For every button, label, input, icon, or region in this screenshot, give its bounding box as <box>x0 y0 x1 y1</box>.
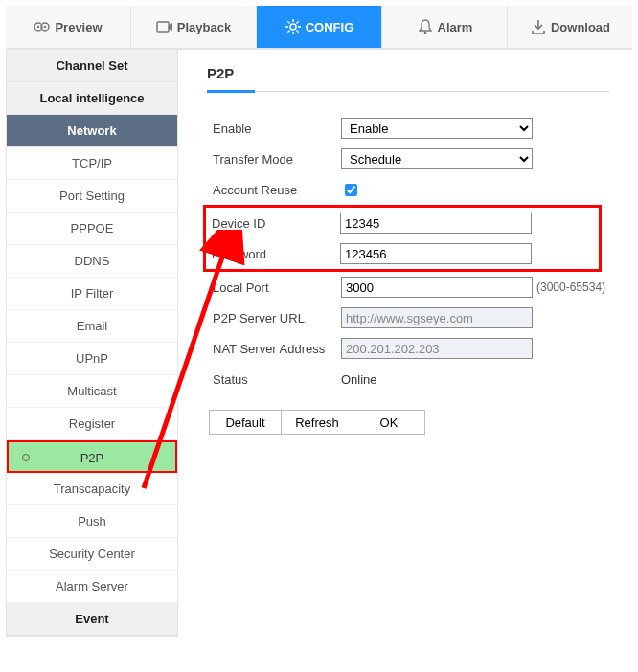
label-account-reuse: Account Reuse <box>207 183 341 197</box>
main-panel: P2P Enable Enable Transfer Mode Schedule… <box>178 50 632 637</box>
svg-point-6 <box>290 24 296 30</box>
enable-select[interactable]: Enable <box>341 118 533 139</box>
gear-icon <box>285 18 302 35</box>
nat-address-input <box>341 338 533 359</box>
device-id-input[interactable] <box>340 213 532 234</box>
label-local-port: Local Port <box>207 280 341 295</box>
sidebar-item-p2p[interactable]: P2P <box>7 440 177 473</box>
sidebar-item-upnp[interactable]: UPnP <box>7 343 177 375</box>
tab-alarm[interactable]: Alarm <box>382 6 508 48</box>
tab-alarm-label: Alarm <box>438 20 473 34</box>
default-button[interactable]: Default <box>209 410 282 435</box>
sidebar-item-register[interactable]: Register <box>7 408 177 440</box>
tab-preview[interactable]: Preview <box>6 6 131 48</box>
highlight-box: Device ID Password <box>203 205 602 272</box>
svg-line-12 <box>296 31 298 33</box>
label-status: Status <box>207 372 341 387</box>
tab-config[interactable]: CONFIG <box>257 6 382 48</box>
camera-icon <box>34 18 51 35</box>
svg-rect-4 <box>157 22 169 32</box>
download-icon <box>530 18 547 35</box>
svg-point-2 <box>37 26 39 28</box>
sidebar-item-push[interactable]: Push <box>7 505 177 538</box>
account-reuse-checkbox[interactable] <box>345 184 357 196</box>
ok-button[interactable]: OK <box>353 410 425 435</box>
p2p-url-input <box>341 307 533 328</box>
status-value: Online <box>341 372 377 387</box>
refresh-button[interactable]: Refresh <box>281 410 353 435</box>
sidebar-item-security-center[interactable]: Security Center <box>7 538 177 571</box>
transfer-mode-select[interactable]: Schedule <box>341 148 533 169</box>
sidebar-item-multicast[interactable]: Multicast <box>7 375 177 408</box>
sidebar-cat-network[interactable]: Network <box>7 115 177 147</box>
svg-line-14 <box>296 21 298 23</box>
tab-preview-label: Preview <box>55 20 102 34</box>
tab-download[interactable]: Download <box>508 6 632 48</box>
label-enable: Enable <box>207 122 341 136</box>
label-p2p-server-url: P2P Server URL <box>207 311 341 325</box>
sidebar-item-ip-filter[interactable]: IP Filter <box>7 278 177 310</box>
local-port-hint: (3000-65534) <box>536 280 605 294</box>
tab-download-label: Download <box>551 20 610 34</box>
sidebar-item-email[interactable]: Email <box>7 310 177 343</box>
sidebar-item-alarm-server[interactable]: Alarm Server <box>7 571 177 603</box>
tab-config-label: CONFIG <box>306 20 354 34</box>
tab-playback[interactable]: Playback <box>131 6 257 48</box>
svg-line-13 <box>287 31 289 33</box>
tab-playback-label: Playback <box>177 20 231 34</box>
svg-point-3 <box>44 26 46 28</box>
button-bar: Default Refresh OK <box>209 410 632 435</box>
sidebar-cat-local-intelligence[interactable]: Local intelligence <box>7 82 177 115</box>
sidebar-item-tcpip[interactable]: TCP/IP <box>7 147 177 180</box>
sidebar-item-ddns[interactable]: DDNS <box>7 245 177 278</box>
label-nat-server-address: NAT Server Address <box>207 342 341 356</box>
bell-icon <box>417 18 434 35</box>
label-password: Password <box>206 247 340 261</box>
local-port-input[interactable] <box>341 277 533 298</box>
sidebar-item-port-setting[interactable]: Port Setting <box>7 180 177 213</box>
sidebar-cat-channel-set[interactable]: Channel Set <box>7 50 177 82</box>
top-nav: Preview Playback CONFIG Alarm Download <box>6 6 632 50</box>
svg-line-11 <box>287 21 289 23</box>
label-device-id: Device ID <box>206 216 340 231</box>
svg-point-15 <box>423 32 426 34</box>
password-input[interactable] <box>340 243 532 264</box>
page-title: P2P <box>207 65 632 91</box>
playback-icon <box>156 18 173 35</box>
sidebar-cat-event[interactable]: Event <box>7 603 177 636</box>
sidebar-item-pppoe[interactable]: PPPOE <box>7 213 177 245</box>
label-transfer-mode: Transfer Mode <box>207 152 341 167</box>
sidebar: Channel Set Local intelligence Network T… <box>6 50 178 637</box>
sidebar-item-transcapacity[interactable]: Transcapacity <box>7 473 177 505</box>
title-underline <box>207 91 609 92</box>
